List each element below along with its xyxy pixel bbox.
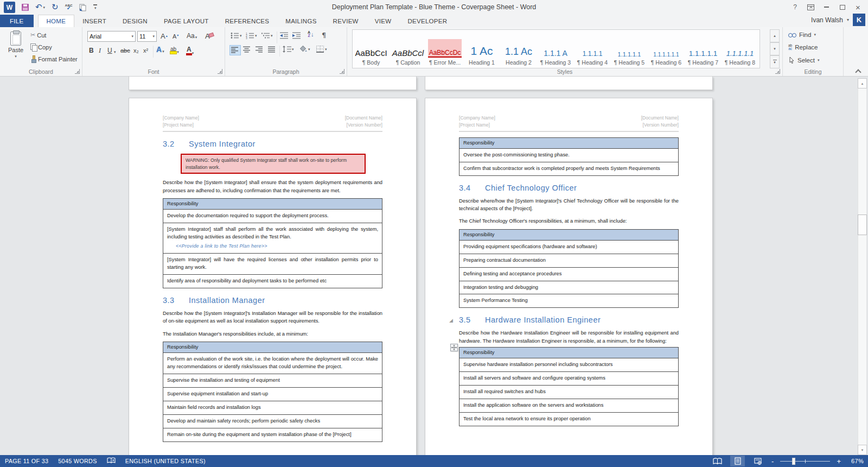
paste-button[interactable]: Paste ▾ xyxy=(4,30,27,69)
restore-button[interactable] xyxy=(834,0,850,14)
web-layout-button[interactable] xyxy=(750,456,765,466)
align-center-button[interactable] xyxy=(243,46,251,53)
style-heading-4[interactable]: 1.1.1.1¶ Heading 4 xyxy=(574,30,611,68)
numbering-button[interactable]: 123 ▾ xyxy=(246,32,257,39)
align-right-button[interactable] xyxy=(256,46,264,53)
collapse-ribbon-button[interactable] xyxy=(856,68,860,73)
scrollbar-track[interactable] xyxy=(858,78,867,455)
cut-button[interactable]: ✂ Cut xyxy=(30,31,46,39)
language-indicator[interactable]: ENGLISH (UNITED STATES) xyxy=(125,458,206,464)
close-button[interactable]: × xyxy=(850,0,866,14)
borders-button[interactable]: ▾ xyxy=(316,46,327,53)
font-color-button[interactable]: A▾ xyxy=(187,46,194,55)
sort-button[interactable]: AZ ↓ xyxy=(308,31,314,37)
responsibility-table-2[interactable]: Responsibility Perform an evaluation of … xyxy=(163,342,382,442)
bold-button[interactable]: B xyxy=(89,47,94,54)
font-family-select[interactable]: Arial▾ xyxy=(87,31,136,42)
account-area[interactable]: Ivan Walsh ▾ K xyxy=(811,14,865,26)
text-effects-button[interactable]: A▾ xyxy=(156,45,164,54)
strikethrough-button[interactable]: abc xyxy=(120,47,130,54)
shrink-font-button[interactable]: A▾ xyxy=(173,33,178,40)
scrollbar-thumb[interactable] xyxy=(858,214,867,235)
zoom-in-button[interactable]: + xyxy=(835,457,842,465)
ribbon-tab[interactable]: REFERENCES xyxy=(217,15,278,27)
zoom-slider-thumb[interactable] xyxy=(792,458,795,465)
superscript-button[interactable]: x² xyxy=(143,47,148,54)
decrease-indent-button[interactable] xyxy=(280,32,289,39)
zoom-out-button[interactable]: - xyxy=(770,457,775,465)
zoom-level[interactable]: 67% xyxy=(847,458,864,464)
dialog-launcher-icon[interactable] xyxy=(75,69,80,74)
style-heading-3[interactable]: 1.1.1 A¶ Heading 3 xyxy=(537,30,574,68)
shading-button[interactable]: ▾ xyxy=(299,46,310,53)
responsibility-table-5[interactable]: Responsibility Supervise hardware instal… xyxy=(459,347,679,426)
style-heading-5[interactable]: 1.1.1.1.1¶ Heading 5 xyxy=(611,30,648,68)
styles-scroll-down-button[interactable]: ▼ xyxy=(770,42,780,55)
word-count[interactable]: 5045 WORDS xyxy=(58,458,97,464)
document-area[interactable]: [Company Name][Project Name] [Document N… xyxy=(0,77,868,455)
vertical-scrollbar[interactable]: ▲ ▼ xyxy=(857,78,868,455)
table-move-handle[interactable] xyxy=(450,344,458,351)
ribbon-tab[interactable]: VIEW xyxy=(367,15,400,27)
line-spacing-button[interactable]: ▾ xyxy=(283,46,294,53)
scroll-up-button[interactable]: ▲ xyxy=(858,78,867,89)
ribbon-display-options-button[interactable] xyxy=(803,0,819,14)
italic-button[interactable]: I xyxy=(99,47,101,55)
styles-scroll-up-button[interactable]: ▲ xyxy=(770,29,780,42)
align-left-button[interactable] xyxy=(229,45,241,55)
proofing-status[interactable] xyxy=(107,457,116,465)
read-mode-button[interactable] xyxy=(710,456,725,466)
style-heading-8[interactable]: 1.1.1.1.1¶ Heading 8 xyxy=(722,30,758,68)
ribbon-tab[interactable]: DESIGN xyxy=(114,15,156,27)
style-heading-1[interactable]: 1 AcHeading 1 xyxy=(463,30,500,68)
style-body[interactable]: AaBbCcI¶ Body xyxy=(353,30,390,68)
ribbon-tab[interactable]: PAGE LAYOUT xyxy=(156,15,217,27)
ribbon-tab[interactable]: MAILINGS xyxy=(277,15,324,27)
avatar[interactable]: K xyxy=(853,14,865,26)
page-indicator[interactable]: PAGE 11 OF 33 xyxy=(5,458,48,464)
select-button[interactable]: Select▾ xyxy=(788,56,819,64)
responsibility-table-1[interactable]: Responsibility Develop the documentation… xyxy=(163,198,382,288)
styles-more-button[interactable]: ▼ xyxy=(770,55,780,68)
clear-formatting-button[interactable]: A xyxy=(205,32,210,40)
style-caption[interactable]: AaBbCcl¶ Caption xyxy=(390,30,426,68)
style-heading-7[interactable]: 1.1.1.1.1¶ Heading 7 xyxy=(685,30,722,68)
dialog-launcher-icon[interactable] xyxy=(218,69,222,74)
underline-button[interactable]: U xyxy=(107,47,112,54)
replace-button[interactable]: abac Replace xyxy=(788,44,818,51)
ribbon-tab[interactable]: INSERT xyxy=(74,15,114,27)
document-page-left[interactable]: [Company Name][Project Name] [Document N… xyxy=(129,98,417,455)
increase-indent-button[interactable] xyxy=(292,32,301,39)
multilevel-list-button[interactable]: ▾ xyxy=(261,32,273,39)
find-button[interactable]: Find▾ xyxy=(788,31,816,38)
responsibility-table-3[interactable]: Responsibility Oversee the post-commissi… xyxy=(459,137,679,176)
style-heading-6[interactable]: 1.1.1.1.1.1¶ Heading 6 xyxy=(648,30,685,68)
zoom-slider[interactable] xyxy=(780,458,830,465)
collapse-heading-icon[interactable]: ◢ xyxy=(449,318,453,323)
justify-button[interactable] xyxy=(268,46,276,53)
document-page-right[interactable]: [Company Name][Project Name] [Document N… xyxy=(425,98,713,455)
dialog-launcher-icon[interactable] xyxy=(775,69,780,74)
highlight-button[interactable]: ab▾ xyxy=(170,46,179,54)
help-button[interactable]: ? xyxy=(787,0,803,14)
underline-dropdown[interactable]: ▾ xyxy=(114,50,116,54)
print-layout-button[interactable] xyxy=(730,456,745,466)
responsibility-table-4[interactable]: Responsibility Providing equipment speci… xyxy=(459,229,679,308)
format-painter-button[interactable]: Format Painter xyxy=(30,55,78,62)
show-formatting-button[interactable]: ¶ xyxy=(322,31,326,39)
test-plan-link[interactable]: <<Provide a link to the Test Plan here>> xyxy=(176,243,378,250)
tab-home[interactable]: HOME xyxy=(38,15,75,27)
minimize-button[interactable] xyxy=(819,0,834,14)
scroll-down-button[interactable]: ▼ xyxy=(858,445,867,455)
change-case-button[interactable]: Aa▾ xyxy=(187,32,197,40)
grow-font-button[interactable]: A▴ xyxy=(161,32,168,40)
dialog-launcher-icon[interactable] xyxy=(340,69,344,74)
tab-file[interactable]: FILE xyxy=(0,15,34,27)
ribbon-tab[interactable]: DEVELOPER xyxy=(399,15,455,27)
style-error-message[interactable]: AaBbCcDc¶ Error Me... xyxy=(426,30,463,68)
copy-button[interactable]: Copy xyxy=(30,43,52,51)
bullets-button[interactable]: ▾ xyxy=(231,32,242,39)
style-heading-2[interactable]: 1.1 AcHeading 2 xyxy=(500,30,537,68)
font-size-select[interactable]: 11▾ xyxy=(137,31,157,42)
subscript-button[interactable]: x₂ xyxy=(133,47,139,54)
